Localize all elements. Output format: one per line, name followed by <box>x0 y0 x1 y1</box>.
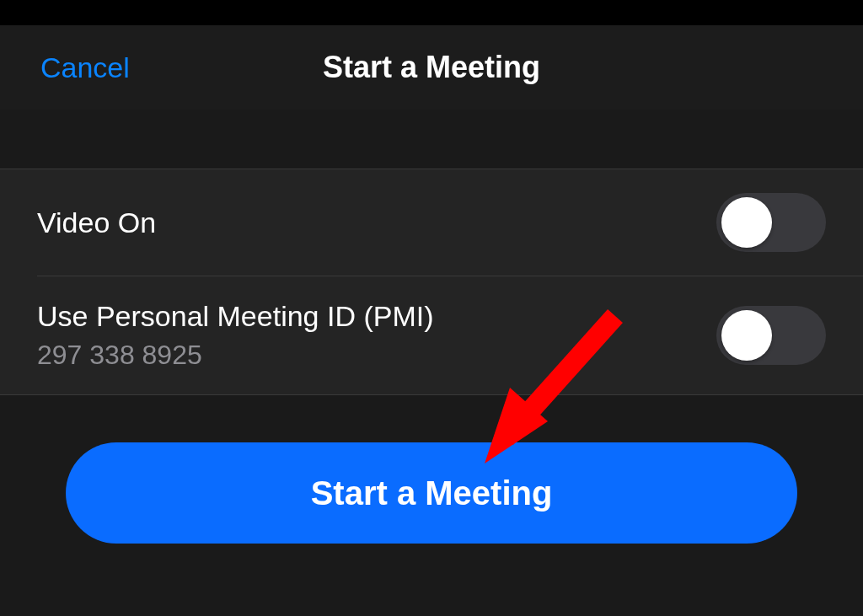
video-on-label: Video On <box>37 206 156 239</box>
header: Cancel Start a Meeting <box>0 25 863 110</box>
video-on-row: Video On <box>0 169 863 276</box>
spacer <box>0 110 863 169</box>
button-container: Start a Meeting <box>0 395 863 544</box>
setting-text: Use Personal Meeting ID (PMI) 297 338 89… <box>37 300 434 371</box>
cancel-button[interactable]: Cancel <box>40 51 130 84</box>
status-bar <box>0 0 863 25</box>
toggle-knob <box>721 310 772 361</box>
start-meeting-button[interactable]: Start a Meeting <box>66 442 797 544</box>
setting-text: Video On <box>37 206 156 239</box>
pmi-toggle[interactable] <box>716 306 826 365</box>
pmi-value: 297 338 8925 <box>37 340 434 371</box>
pmi-label: Use Personal Meeting ID (PMI) <box>37 300 434 333</box>
video-on-toggle[interactable] <box>716 193 826 252</box>
toggle-knob <box>721 197 772 248</box>
page-title: Start a Meeting <box>323 50 540 85</box>
settings-list: Video On Use Personal Meeting ID (PMI) 2… <box>0 169 863 395</box>
pmi-row: Use Personal Meeting ID (PMI) 297 338 89… <box>37 276 863 394</box>
